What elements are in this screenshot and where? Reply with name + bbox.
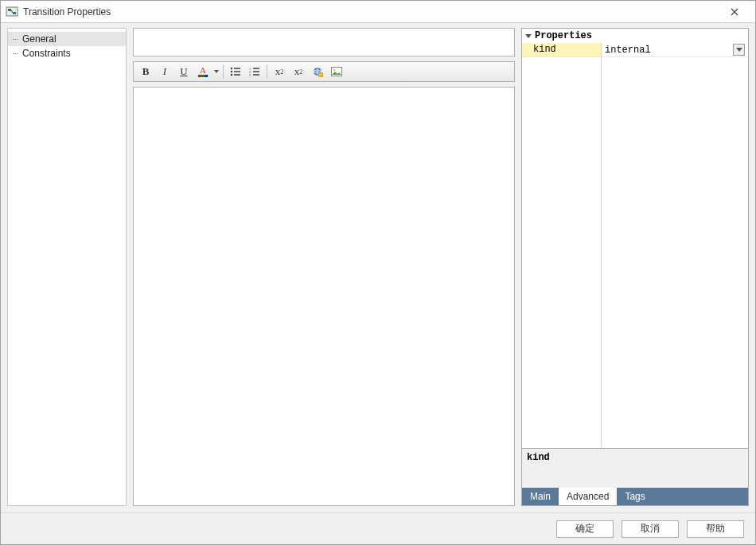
bold-button[interactable]: B — [137, 64, 154, 80]
nav-item-label: General — [22, 33, 57, 45]
titlebar: Transition Properties — [1, 1, 755, 23]
content-area: General Constraints B I U A — [1, 23, 755, 544]
app-icon — [6, 6, 18, 18]
help-button[interactable]: 帮助 — [687, 520, 744, 538]
close-button[interactable] — [719, 3, 750, 21]
svg-rect-14 — [253, 74, 259, 75]
nav-item-general[interactable]: General — [8, 32, 126, 46]
bullet-list-button[interactable] — [227, 64, 244, 80]
property-value-cell[interactable]: internal — [602, 43, 748, 57]
font-color-swatch-icon — [198, 75, 208, 77]
properties-grid-body — [522, 57, 748, 448]
svg-rect-2 — [13, 12, 16, 14]
main-area: General Constraints B I U A — [1, 23, 755, 512]
superscript-button[interactable]: x2 — [271, 64, 288, 80]
svg-point-19 — [333, 69, 336, 72]
font-color-label: A — [200, 66, 206, 75]
nav-item-label: Constraints — [22, 48, 71, 59]
insert-image-button[interactable] — [328, 64, 345, 80]
sub-exp: 2 — [299, 68, 302, 76]
hyperlink-button[interactable] — [309, 64, 326, 80]
numbered-list-button[interactable]: 1 2 3 — [246, 64, 263, 80]
nav-tree: General Constraints — [7, 28, 127, 506]
name-input[interactable] — [133, 28, 515, 56]
svg-rect-6 — [234, 71, 240, 72]
property-row[interactable]: kind internal — [522, 43, 748, 57]
underline-button[interactable]: U — [175, 64, 193, 80]
properties-tabs: Main Advanced Tags — [522, 488, 748, 505]
properties-value-column — [602, 57, 748, 448]
titlebar-left: Transition Properties — [6, 6, 111, 18]
sup-exp: 2 — [280, 68, 283, 76]
tab-advanced[interactable]: Advanced — [559, 488, 617, 505]
center-pane: B I U A — [133, 28, 515, 506]
toolbar-separator — [223, 64, 224, 79]
font-color-button[interactable]: A — [194, 64, 212, 80]
property-key: kind — [522, 43, 602, 57]
nav-item-constraints[interactable]: Constraints — [8, 46, 126, 60]
toolbar-separator — [267, 64, 267, 79]
right-pane: Properties kind internal — [521, 28, 749, 506]
property-description: kind — [522, 448, 748, 488]
collapse-icon[interactable] — [525, 34, 532, 38]
italic-button[interactable]: I — [156, 64, 173, 80]
subscript-button[interactable]: x2 — [290, 64, 307, 80]
svg-rect-12 — [253, 71, 259, 72]
svg-point-3 — [231, 68, 232, 69]
cancel-button[interactable]: 取消 — [622, 520, 679, 538]
properties-header: Properties — [522, 29, 748, 43]
ok-button[interactable]: 确定 — [556, 520, 614, 538]
svg-text:3: 3 — [249, 73, 251, 76]
description-editor[interactable] — [133, 87, 515, 506]
property-dropdown-button[interactable] — [733, 44, 745, 56]
svg-point-17 — [318, 72, 323, 77]
properties-title: Properties — [535, 30, 592, 41]
tab-main[interactable]: Main — [522, 488, 559, 505]
dialog-button-bar: 确定 取消 帮助 — [1, 512, 755, 544]
svg-point-7 — [231, 74, 232, 76]
editor-toolbar: B I U A — [133, 61, 515, 82]
property-value: internal — [605, 45, 651, 56]
font-color-dropdown[interactable] — [213, 70, 220, 73]
svg-rect-8 — [234, 74, 240, 75]
svg-rect-10 — [253, 68, 259, 68]
svg-rect-1 — [8, 9, 11, 11]
window-title: Transition Properties — [23, 6, 111, 18]
properties-key-column — [522, 57, 602, 448]
svg-rect-4 — [234, 68, 240, 68]
properties-panel: Properties kind internal — [521, 28, 749, 506]
svg-point-5 — [231, 71, 232, 72]
tab-tags[interactable]: Tags — [617, 488, 653, 505]
dialog-window: Transition Properties General Constraint… — [0, 0, 756, 545]
